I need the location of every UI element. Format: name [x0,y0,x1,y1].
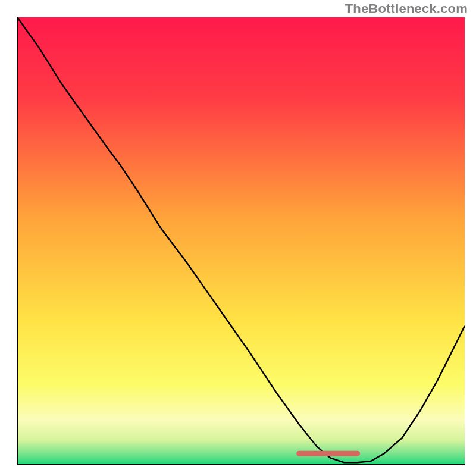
bottleneck-chart [0,0,476,476]
svg-point-2 [355,451,360,456]
watermark-text: TheBottleneck.com [345,1,468,17]
plot-background [17,17,465,465]
optimal-zone-marker [297,451,360,456]
svg-point-1 [297,451,302,456]
